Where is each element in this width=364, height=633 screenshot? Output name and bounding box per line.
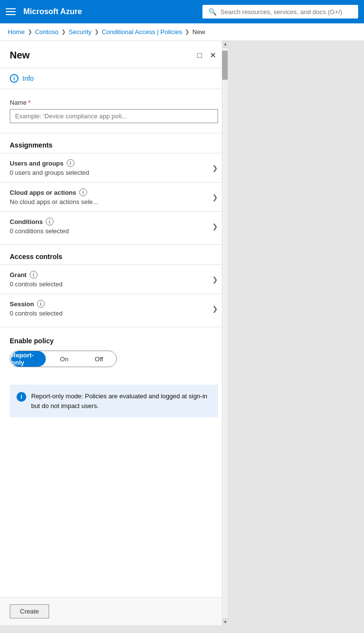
cloud-apps-chevron: ❯ [212,193,218,201]
grant-item[interactable]: Grant i 0 controls selected ❯ [0,264,228,294]
scroll-up-arrow[interactable]: ▲ [222,41,228,48]
session-sub: 0 controls selected [10,310,62,317]
cloud-apps-sub: No cloud apps or actions sele... [10,198,98,205]
search-icon: 🔍 [208,8,217,16]
enable-policy-section: Enable policy Report-only On Off [0,327,228,377]
access-controls-heading: Access controls [0,244,228,264]
name-section: Name * [0,89,228,129]
conditions-title: Conditions i [10,218,69,225]
session-chevron: ❯ [212,305,218,313]
conditions-left: Conditions i 0 conditions selected [10,218,69,235]
scrollbar[interactable]: ▲ ▼ [222,41,228,625]
info-icon: i [10,74,18,83]
maximize-button[interactable]: □ [195,49,204,62]
main-layout: New □ ✕ i Info Name * Assignments [0,41,364,625]
breadcrumb-sep-3: ❯ [94,29,99,35]
cloud-apps-info-icon: i [79,188,87,196]
panel: New □ ✕ i Info Name * Assignments [0,41,228,625]
breadcrumb: Home ❯ Contoso ❯ Security ❯ Conditional … [0,23,364,41]
scroll-thumb[interactable] [222,51,228,80]
conditions-sub: 0 conditions selected [10,227,69,235]
search-input[interactable] [220,8,352,16]
breadcrumb-security[interactable]: Security [69,28,91,36]
session-info-icon: i [37,300,45,308]
search-bar: 🔍 [202,5,358,19]
users-groups-info-icon: i [67,159,74,167]
users-groups-title: Users and groups i [10,159,89,167]
policy-toggle[interactable]: Report-only On Off [10,351,117,367]
panel-title: New [10,50,30,61]
cloud-apps-title: Cloud apps or actions i [10,188,98,196]
toggle-report-only[interactable]: Report-only [11,351,46,367]
name-input[interactable] [10,109,218,123]
session-item[interactable]: Session i 0 controls selected ❯ [0,294,228,323]
users-groups-sub: 0 users and groups selected [10,169,89,176]
top-bar: Microsoft Azure 🔍 [0,0,364,23]
grant-info-icon: i [30,271,37,279]
panel-footer: Create [0,597,228,625]
hamburger-menu[interactable] [6,8,16,15]
breadcrumb-current: New [192,28,205,36]
panel-content: i Info Name * Assignments Users and grou… [0,68,228,597]
conditions-info-icon: i [46,218,54,225]
users-groups-chevron: ❯ [212,164,218,172]
users-groups-left: Users and groups i 0 users and groups se… [10,159,89,176]
toggle-off[interactable]: Off [82,351,116,367]
info-label: Info [22,74,34,82]
grant-title: Grant i [10,271,62,279]
conditions-item[interactable]: Conditions i 0 conditions selected ❯ [0,211,228,241]
panel-actions: □ ✕ [195,49,218,62]
breadcrumb-contoso[interactable]: Contoso [35,28,58,36]
users-groups-item[interactable]: Users and groups i 0 users and groups se… [0,153,228,182]
required-star: * [28,99,31,106]
info-box-icon: i [17,392,26,402]
scroll-down-arrow[interactable]: ▼ [222,618,228,625]
panel-header: New □ ✕ [0,41,228,68]
toggle-on[interactable]: On [47,351,81,367]
breadcrumb-home[interactable]: Home [8,28,25,36]
grant-left: Grant i 0 controls selected [10,271,62,288]
enable-policy-label: Enable policy [10,337,218,345]
breadcrumb-sep-1: ❯ [28,29,32,35]
assignments-heading: Assignments [0,133,228,153]
breadcrumb-sep-2: ❯ [61,29,66,35]
app-title: Microsoft Azure [23,7,195,16]
name-label: Name * [10,99,218,106]
info-section[interactable]: i Info [0,68,228,89]
close-button[interactable]: ✕ [208,49,218,62]
cloud-apps-item[interactable]: Cloud apps or actions i No cloud apps or… [0,182,228,211]
session-left: Session i 0 controls selected [10,300,62,317]
info-box-text: Report-only mode: Policies are evaluated… [31,391,211,410]
grant-sub: 0 controls selected [10,280,62,288]
create-button[interactable]: Create [10,604,49,618]
session-title: Session i [10,300,62,308]
info-box: i Report-only mode: Policies are evaluat… [10,385,218,417]
breadcrumb-sep-4: ❯ [185,29,189,35]
right-area [228,41,364,625]
breadcrumb-policies[interactable]: Conditional Access | Policies [102,28,182,36]
cloud-apps-left: Cloud apps or actions i No cloud apps or… [10,188,98,205]
conditions-chevron: ❯ [212,223,218,230]
grant-chevron: ❯ [212,276,218,283]
